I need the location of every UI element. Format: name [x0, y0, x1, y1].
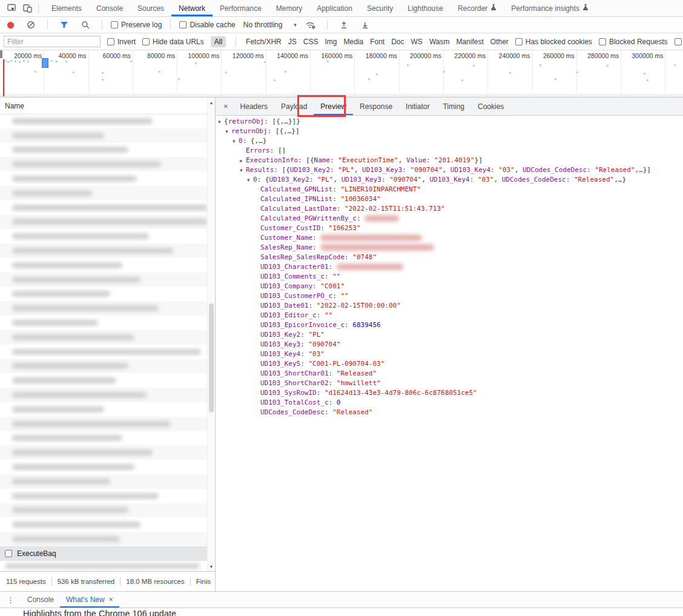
detail-tab-headers[interactable]: Headers [234, 98, 274, 115]
tree-line[interactable]: UD103_Key4: "03" [216, 349, 683, 359]
disable-cache-checkbox[interactable]: Disable cache [179, 21, 235, 29]
detail-tab-response[interactable]: Response [353, 98, 399, 115]
drawer-tab-console[interactable]: Console [21, 592, 60, 608]
tree-line[interactable]: Calculated_LastDate: "2022-02-15T11:51:4… [216, 204, 683, 214]
network-conditions-icon[interactable] [303, 18, 318, 32]
filter-checkbox-has-blocked-cookies[interactable]: Has blocked cookies [515, 38, 592, 46]
checkbox[interactable] [675, 38, 682, 45]
request-row[interactable] [0, 243, 208, 258]
request-row[interactable] [0, 258, 208, 273]
expand-arrow-icon[interactable]: ▼ [247, 176, 253, 185]
filter-chip-ws[interactable]: WS [411, 38, 423, 46]
tree-line[interactable]: Calculated_GPNList: "LINER10INPARCHMENT" [216, 185, 683, 194]
tree-line[interactable]: Customer_CustID: "106253" [216, 224, 683, 233]
record-button[interactable] [7, 22, 14, 28]
request-row[interactable] [0, 402, 208, 417]
request-row[interactable] [0, 128, 208, 143]
tree-line[interactable]: Errors: [] [216, 146, 683, 156]
tab-network[interactable]: Network [171, 0, 213, 16]
request-row[interactable] [0, 330, 208, 345]
hide-data-urls-checkbox[interactable]: Hide data URLs [142, 38, 204, 46]
tree-line[interactable]: UD103_SysRowID: "d1624d13-43e3-4d79-806c… [216, 388, 683, 398]
expand-arrow-icon[interactable]: ▼ [218, 118, 224, 127]
tree-line[interactable]: UD103_Character01: [216, 262, 683, 272]
search-icon[interactable] [78, 18, 93, 32]
checkbox[interactable] [179, 21, 186, 28]
tree-line[interactable]: ▼0: {UD103_Key2: "PL", UD103_Key3: "0907… [216, 175, 683, 185]
checkbox[interactable] [142, 38, 150, 45]
tree-line[interactable]: SalesRep_Name: [216, 243, 683, 253]
device-toolbar-icon[interactable] [19, 1, 35, 16]
request-row-redacted[interactable] [0, 561, 208, 571]
filter-chip-doc[interactable]: Doc [391, 38, 404, 46]
filter-checkbox-3rd-party[interactable]: 3rd-party [675, 38, 683, 46]
request-row[interactable] [0, 273, 208, 287]
checkbox[interactable] [599, 38, 606, 45]
tab-memory[interactable]: Memory [269, 0, 309, 16]
request-row[interactable] [0, 532, 208, 546]
request-row[interactable] [0, 503, 208, 518]
request-row[interactable] [0, 114, 208, 128]
filter-input[interactable] [4, 36, 101, 47]
inspect-element-icon[interactable] [4, 1, 19, 16]
tree-line[interactable]: UD103_Editor_c: "" [216, 311, 683, 320]
scroll-down-icon[interactable]: ▼ [208, 563, 215, 570]
request-row[interactable] [0, 345, 208, 359]
filter-chip-other[interactable]: Other [490, 38, 509, 46]
kebab-menu-icon[interactable]: ⋮ [0, 595, 21, 604]
selected-request-mark[interactable] [42, 58, 48, 68]
network-overview[interactable]: 20000 ms40000 ms60000 ms80000 ms100000 m… [0, 50, 683, 98]
scrollbar-thumb[interactable] [209, 303, 214, 412]
tree-line[interactable]: UD103_TotalCost_c: 0 [216, 398, 683, 408]
request-row[interactable] [0, 186, 208, 200]
tree-line[interactable]: ▼{returnObj: [{,…}]} [216, 117, 683, 127]
checkbox[interactable] [515, 38, 523, 45]
close-icon[interactable]: × [216, 102, 234, 111]
tree-line[interactable]: ▶ExecutionInfo: [{Name: "ExecutionTime",… [216, 156, 683, 165]
filter-chip-wasm[interactable]: Wasm [429, 38, 450, 46]
tree-line[interactable]: UD103_ShortChar02: "hmwillett" [216, 379, 683, 388]
expand-arrow-icon[interactable]: ▼ [240, 166, 246, 176]
checkbox[interactable] [5, 550, 12, 557]
request-row[interactable] [0, 417, 208, 431]
expand-arrow-icon[interactable]: ▼ [233, 137, 239, 147]
checkbox[interactable] [111, 21, 118, 28]
collapse-arrow-icon[interactable]: ▶ [240, 156, 246, 166]
preserve-log-checkbox[interactable]: Preserve log [111, 21, 162, 29]
tab-console[interactable]: Console [89, 0, 130, 16]
request-row[interactable] [0, 431, 208, 446]
invert-checkbox[interactable]: Invert [107, 38, 136, 46]
tree-line[interactable]: UD103_ShortChar01: "Released" [216, 369, 683, 379]
tab-security[interactable]: Security [360, 0, 400, 16]
export-har-icon[interactable] [357, 18, 373, 32]
tree-line[interactable]: Customer_Name: [216, 233, 683, 243]
filter-checkbox-blocked-requests[interactable]: Blocked Requests [599, 38, 668, 46]
tab-recorder[interactable]: Recorder [450, 0, 504, 16]
checkbox[interactable] [107, 38, 114, 45]
request-row[interactable] [0, 287, 208, 302]
tree-line[interactable]: ▼returnObj: [{,…}] [216, 127, 683, 136]
request-row[interactable] [0, 171, 208, 186]
request-row[interactable] [0, 474, 208, 489]
tree-line[interactable]: UD103_Date01: "2022-02-15T00:00:00" [216, 301, 683, 311]
request-row[interactable] [0, 489, 208, 503]
tree-line[interactable]: UD103_EpicorInvoice_c: 6839456 [216, 320, 683, 330]
filter-chip-fetch-xhr[interactable]: Fetch/XHR [246, 38, 282, 46]
detail-tab-cookies[interactable]: Cookies [471, 98, 510, 115]
request-row[interactable] [0, 373, 208, 388]
tree-line[interactable]: UD103_Company: "C001" [216, 282, 683, 291]
tree-line[interactable]: UD103_Key3: "090704" [216, 340, 683, 349]
filter-chip-manifest[interactable]: Manifest [456, 38, 483, 46]
request-row[interactable] [0, 157, 208, 171]
request-row[interactable] [0, 445, 208, 460]
drawer-tab-what-s-new[interactable]: What's New× [60, 592, 119, 608]
tree-line[interactable]: UD103_Key5: "C001-PL-090704-03" [216, 359, 683, 369]
request-row[interactable] [0, 316, 208, 330]
request-row-executebaq[interactable]: ExecuteBaq [0, 546, 208, 561]
vertical-scrollbar[interactable]: ▲ ▼ [207, 98, 215, 571]
request-row[interactable] [0, 388, 208, 402]
filter-chip-media[interactable]: Media [343, 38, 363, 46]
tab-sources[interactable]: Sources [130, 0, 171, 16]
tree-line[interactable]: UDCodes_CodeDesc: "Released" [216, 408, 683, 417]
scroll-up-icon[interactable]: ▲ [208, 99, 215, 106]
